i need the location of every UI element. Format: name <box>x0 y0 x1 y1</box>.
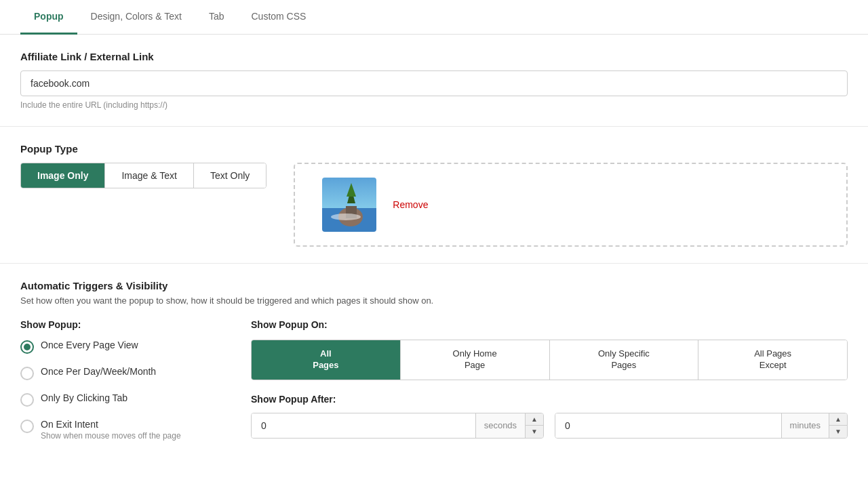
affiliate-hint: Include the entire URL (including https:… <box>20 100 848 110</box>
tab-design[interactable]: Design, Colors & Text <box>77 0 195 35</box>
radio-inner-every-page <box>24 344 31 350</box>
page-btn-specific[interactable]: Only SpecificPages <box>550 340 699 380</box>
tabs-bar: Popup Design, Colors & Text Tab Custom C… <box>0 0 868 35</box>
show-on-column: Show Popup On: AllPages Only HomePage On… <box>251 319 848 453</box>
seconds-unit: seconds <box>475 413 525 438</box>
page-btn-except[interactable]: All PagesExcept <box>698 340 847 380</box>
triggers-title: Automatic Triggers & Visibility <box>20 280 848 291</box>
seconds-input[interactable] <box>252 413 475 438</box>
popup-type-label: Popup Type <box>20 143 848 155</box>
seconds-spinner: ▲ ▼ <box>525 413 543 438</box>
affiliate-input[interactable] <box>20 70 848 96</box>
type-btn-text-only[interactable]: Text Only <box>194 163 266 188</box>
radio-circle-per-day <box>20 367 34 380</box>
tab-popup[interactable]: Popup <box>20 0 77 35</box>
triggers-section: Automatic Triggers & Visibility Set how … <box>0 264 868 469</box>
radio-label-clicking-tab: Only By Clicking Tab <box>41 392 127 403</box>
type-btn-image-text[interactable]: Image & Text <box>105 163 193 188</box>
image-upload-area: Remove <box>294 163 848 247</box>
seconds-input-group: seconds ▲ ▼ <box>251 413 544 439</box>
minutes-unit: minutes <box>781 413 829 438</box>
image-preview <box>322 178 376 232</box>
radio-label-every-page: Once Every Page View <box>41 340 138 350</box>
tab-custom-css[interactable]: Custom CSS <box>237 0 319 35</box>
minutes-up[interactable]: ▲ <box>829 413 847 426</box>
main-container: Popup Design, Colors & Text Tab Custom C… <box>0 0 868 488</box>
popup-type-row: Image Only Image & Text Text Only Remove <box>20 163 848 247</box>
minutes-spinner: ▲ ▼ <box>829 413 847 438</box>
radio-hint-exit-intent: Show when mouse moves off the page <box>41 431 181 441</box>
seconds-up[interactable]: ▲ <box>526 413 543 426</box>
radio-circle-clicking-tab <box>20 393 34 407</box>
type-btn-image-only[interactable]: Image Only <box>21 163 105 188</box>
radio-exit-intent[interactable]: On Exit Intent Show when mouse moves off… <box>20 419 210 441</box>
remove-button[interactable]: Remove <box>393 199 428 210</box>
affiliate-section: Affiliate Link / External Link Include t… <box>0 35 868 127</box>
radio-circle-every-page <box>20 340 34 354</box>
seconds-down[interactable]: ▼ <box>526 426 543 438</box>
radio-circle-exit-intent <box>20 420 34 433</box>
pages-buttons-group: AllPages Only HomePage Only SpecificPage… <box>251 340 848 380</box>
show-on-label: Show Popup On: <box>251 319 848 330</box>
affiliate-label: Affiliate Link / External Link <box>20 51 848 62</box>
show-popup-column: Show Popup: Once Every Page View Once Pe… <box>20 319 210 453</box>
radio-label-exit-intent: On Exit Intent <box>41 419 181 430</box>
page-btn-all[interactable]: AllPages <box>252 340 401 380</box>
radio-label-per-day: Once Per Day/Week/Month <box>41 366 156 377</box>
after-inputs: seconds ▲ ▼ minutes ▲ ▼ <box>251 413 848 439</box>
radio-per-day[interactable]: Once Per Day/Week/Month <box>20 366 210 380</box>
type-buttons-group: Image Only Image & Text Text Only <box>20 163 267 188</box>
page-btn-home[interactable]: Only HomePage <box>401 340 550 380</box>
minutes-input-group: minutes ▲ ▼ <box>555 413 848 439</box>
triggers-columns: Show Popup: Once Every Page View Once Pe… <box>20 319 848 453</box>
radio-every-page[interactable]: Once Every Page View <box>20 340 210 354</box>
show-after-label: Show Popup After: <box>251 394 848 405</box>
triggers-desc: Set how often you want the popup to show… <box>20 296 848 306</box>
radio-clicking-tab[interactable]: Only By Clicking Tab <box>20 392 210 407</box>
minutes-down[interactable]: ▼ <box>829 426 847 438</box>
popup-type-section: Popup Type Image Only Image & Text Text … <box>0 127 868 264</box>
minutes-input[interactable] <box>555 413 781 438</box>
show-popup-label: Show Popup: <box>20 319 210 330</box>
tab-tab[interactable]: Tab <box>195 0 238 35</box>
